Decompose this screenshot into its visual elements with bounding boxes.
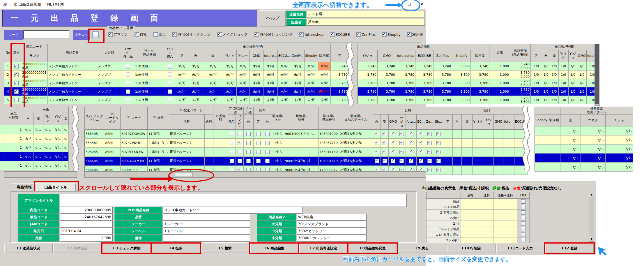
- cell[interactable]: [461, 210, 480, 215]
- table-row[interactable]: 3,7803,7803,7803,7803,7803,5003,7801,000…: [358, 96, 599, 104]
- form-field[interactable]: 300002:カットソー: [297, 235, 367, 242]
- fba-checkbox[interactable]: [521, 232, 526, 237]
- fba-checkbox[interactable]: [521, 238, 526, 242]
- site-checkbox-item[interactable]: メイクショップ: [217, 32, 248, 37]
- fkey-button-2[interactable]: F2 条件指定: [53, 244, 102, 253]
- checkbox[interactable]: [419, 150, 423, 154]
- listing-grid-vertical-scrollbar[interactable]: [595, 44, 600, 106]
- fkey-button-7[interactable]: F7 出品可否設定: [299, 244, 348, 253]
- checkbox[interactable]: [436, 150, 441, 154]
- fba-checkbox[interactable]: [521, 227, 526, 231]
- form-field[interactable]: 3002:カットソー: [297, 228, 367, 235]
- fkey-button-1[interactable]: F1 送受信状況: [4, 244, 53, 253]
- checkbox[interactable]: [238, 141, 242, 145]
- checkbox[interactable]: [427, 132, 432, 136]
- table-row[interactable]: なしなしなし: [535, 154, 633, 163]
- table-row[interactable]: 1ありなしなしなしな: [0, 143, 69, 152]
- site-checkbox-item[interactable]: Yahoo!オークション: [172, 32, 211, 37]
- price-grid-vertical-scrollbar[interactable]: ▲ ▼: [589, 192, 594, 242]
- checkbox[interactable]: [172, 32, 177, 37]
- checkbox[interactable]: [399, 150, 404, 154]
- cell[interactable]: [461, 232, 480, 237]
- checkbox[interactable]: [419, 132, 423, 136]
- check-all-button[interactable]: 全チェック: [73, 30, 90, 40]
- table-row[interactable]: 3,7803,7803,7803,7803,7803,5003,7801,000…: [358, 71, 599, 79]
- checkbox[interactable]: [168, 73, 172, 77]
- checkbox[interactable]: [168, 64, 172, 68]
- amazon-title-field[interactable]: [60, 194, 407, 207]
- checkbox[interactable]: [427, 168, 432, 172]
- checkbox[interactable]: [254, 32, 259, 37]
- cell[interactable]: [461, 221, 480, 226]
- checkbox[interactable]: [230, 141, 234, 145]
- cell[interactable]: [480, 199, 493, 204]
- checkbox[interactable]: [375, 159, 379, 163]
- checkbox[interactable]: [246, 159, 251, 163]
- cell[interactable]: [493, 210, 517, 215]
- checkbox[interactable]: [436, 159, 441, 163]
- checkbox[interactable]: [427, 150, 432, 154]
- checkbox[interactable]: [265, 132, 270, 136]
- fba-checkbox[interactable]: [521, 199, 526, 204]
- checkbox[interactable]: [246, 141, 251, 145]
- fba-checkbox[interactable]: [521, 221, 526, 226]
- form-field[interactable]: [163, 214, 250, 221]
- checkbox[interactable]: [383, 141, 387, 145]
- fkey-button-4[interactable]: F4 拡張: [152, 244, 200, 253]
- code-input[interactable]: [23, 30, 69, 39]
- checkbox[interactable]: [246, 132, 251, 136]
- site-checkbox-item[interactable]: 自社: [135, 32, 147, 37]
- form-field[interactable]: [163, 235, 250, 242]
- checkbox[interactable]: [383, 132, 387, 136]
- checkbox[interactable]: [265, 150, 270, 154]
- checkbox[interactable]: [246, 150, 251, 154]
- form-field[interactable]: メンズ半袖カットソー: [163, 207, 302, 214]
- cell[interactable]: [461, 204, 480, 210]
- checkbox[interactable]: [407, 32, 412, 37]
- checkbox[interactable]: [168, 89, 172, 94]
- scrollbar-thumb[interactable]: [595, 44, 599, 104]
- table-row[interactable]: なしなしなし: [535, 126, 633, 135]
- form-field[interactable]: 290000000005: [60, 207, 113, 214]
- site-checkbox-item[interactable]: futureshop: [299, 32, 323, 37]
- checkbox[interactable]: [399, 141, 404, 145]
- checkbox[interactable]: [108, 32, 113, 37]
- form-field[interactable]: 1:メーカー1: [163, 221, 250, 228]
- cell[interactable]: [493, 237, 517, 243]
- checkbox[interactable]: [265, 141, 270, 145]
- checkbox[interactable]: [399, 159, 404, 163]
- form-field[interactable]: [60, 221, 113, 228]
- checkbox[interactable]: [168, 81, 172, 85]
- table-row[interactable]: 4290000000005新品メンズ半袖カットソーメンズブ1:未使用未/可未/可…: [4, 87, 349, 96]
- scroll-up-icon[interactable]: ▲: [589, 192, 594, 197]
- site-checkbox-item[interactable]: 楽天: [153, 32, 166, 37]
- form-field[interactable]: 2,980: [60, 235, 113, 242]
- checkbox[interactable]: [399, 132, 404, 136]
- checkbox[interactable]: [299, 32, 304, 37]
- table-row[interactable]: 1ありなしなしなしな: [0, 134, 69, 143]
- cell[interactable]: [480, 204, 493, 210]
- cell[interactable]: [493, 204, 517, 210]
- checkbox[interactable]: [409, 159, 413, 163]
- checkbox[interactable]: [356, 32, 361, 37]
- fkey-button-9[interactable]: F9 戻る: [398, 244, 446, 253]
- checkbox[interactable]: [427, 159, 432, 163]
- cell[interactable]: [461, 199, 480, 204]
- checkbox[interactable]: [419, 159, 423, 163]
- site-checkbox-item[interactable]: ZenPlus: [356, 32, 376, 37]
- checkbox[interactable]: [375, 141, 379, 145]
- form-field[interactable]: WEB限定: [297, 214, 367, 221]
- cell[interactable]: [493, 226, 517, 232]
- table-row[interactable]: 553587ASINB0747VKY812:非常に良い配送パターン71:中古-4…: [85, 138, 528, 147]
- table-row[interactable]: 5290000000005新品メンズ半袖カットソーメンズブ1:未使用未/可未/可…: [4, 96, 349, 104]
- cell[interactable]: [480, 210, 493, 215]
- fkey-button-11[interactable]: F11コード入力: [496, 244, 545, 253]
- checkbox[interactable]: [126, 89, 130, 94]
- checkbox[interactable]: [230, 132, 234, 136]
- table-row[interactable]: 3,7803,7803,7803,7803,7803,5003,7801,000…: [358, 87, 599, 96]
- checkbox[interactable]: [427, 141, 432, 145]
- horizontal-scrollbar[interactable]: [84, 171, 426, 178]
- checkbox[interactable]: [126, 73, 130, 77]
- cell[interactable]: [493, 199, 517, 204]
- table-row[interactable]: なしなしなし: [535, 145, 633, 154]
